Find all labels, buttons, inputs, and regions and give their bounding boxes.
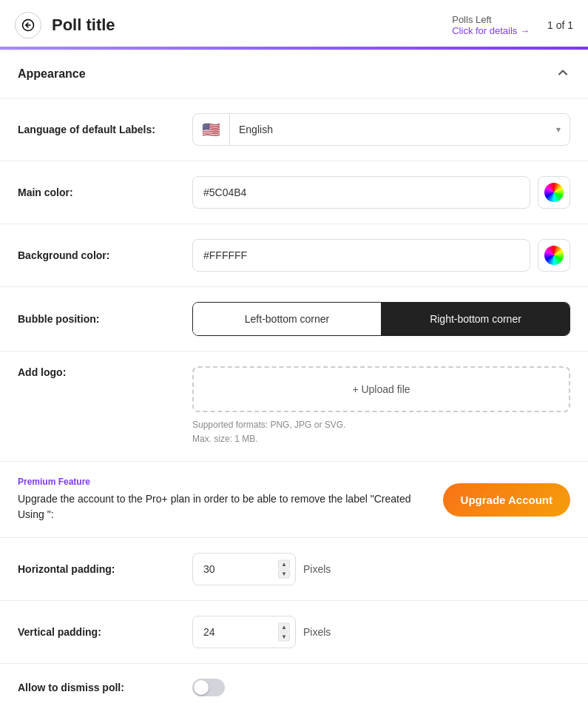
bubble-position-control: Left-bottom corner Right-bottom corner xyxy=(192,302,570,336)
progress-bar-fill xyxy=(0,47,588,50)
polls-count: 1 of 1 xyxy=(547,19,573,31)
background-color-control xyxy=(192,239,570,272)
appearance-section-title: Appearance xyxy=(18,67,86,81)
upload-hint: Supported formats: PNG, JPG or SVG. Max.… xyxy=(192,418,570,446)
main-color-picker-button[interactable] xyxy=(538,176,570,209)
language-row: Language of default Labels: 🇺🇸 English ▾ xyxy=(0,98,588,161)
horizontal-padding-row: Horizontal padding: ▲ ▼ Pixels xyxy=(0,538,588,601)
toggle-knob xyxy=(194,680,209,695)
main-color-row: Main color: xyxy=(0,161,588,224)
bubble-left-bottom-button[interactable]: Left-bottom corner xyxy=(193,303,382,335)
background-color-input[interactable] xyxy=(192,239,530,272)
vertical-padding-steppers: ▲ ▼ xyxy=(278,623,290,642)
vertical-padding-unit: Pixels xyxy=(303,626,331,638)
bubble-right-bottom-button[interactable]: Right-bottom corner xyxy=(382,303,570,335)
horizontal-padding-decrement[interactable]: ▼ xyxy=(278,570,290,579)
vertical-padding-label: Vertical padding: xyxy=(18,626,180,638)
background-color-row: Background color: xyxy=(0,224,588,287)
add-logo-label: Add logo: xyxy=(18,366,180,378)
main-color-label: Main color: xyxy=(18,186,180,198)
bubble-position-group: Left-bottom corner Right-bottom corner xyxy=(192,302,570,336)
upload-hint-line2: Max. size: 1 MB. xyxy=(192,434,258,444)
upgrade-account-button[interactable]: Upgrade Account xyxy=(443,483,570,517)
header: Poll title Polls Left Click for details … xyxy=(0,0,588,50)
horizontal-padding-unit: Pixels xyxy=(303,563,331,575)
language-dropdown-chevron: ▾ xyxy=(547,124,570,135)
upload-hint-line1: Supported formats: PNG, JPG or SVG. xyxy=(192,420,345,430)
language-select-control: 🇺🇸 English ▾ xyxy=(192,113,570,146)
language-select[interactable]: 🇺🇸 English ▾ xyxy=(192,113,570,146)
premium-text: Upgrade the account to the Pro+ plan in … xyxy=(18,491,431,522)
main-content: Appearance Language of default Labels: 🇺… xyxy=(0,50,588,706)
bubble-position-label: Bubble position: xyxy=(18,313,180,325)
vertical-padding-decrement[interactable]: ▼ xyxy=(278,633,290,642)
add-logo-row: Add logo: + Upload file Supported format… xyxy=(0,352,588,462)
back-button[interactable] xyxy=(15,12,41,38)
vertical-padding-control: ▲ ▼ Pixels xyxy=(192,616,570,648)
color-wheel-icon xyxy=(544,246,564,265)
horizontal-padding-label: Horizontal padding: xyxy=(18,563,180,575)
horizontal-padding-steppers: ▲ ▼ xyxy=(278,560,290,579)
horizontal-padding-control: ▲ ▼ Pixels xyxy=(192,553,570,585)
language-value: English xyxy=(230,124,547,135)
polls-left-label: Polls Left xyxy=(452,14,491,25)
vertical-padding-input-container: ▲ ▼ xyxy=(192,616,296,648)
vertical-padding-increment[interactable]: ▲ xyxy=(278,623,290,632)
poll-title: Poll title xyxy=(52,16,115,35)
dismiss-poll-toggle[interactable] xyxy=(192,679,225,696)
main-color-control xyxy=(192,176,570,209)
background-color-picker-button[interactable] xyxy=(538,239,570,272)
progress-bar-container xyxy=(0,47,588,50)
premium-info: Premium Feature Upgrade the account to t… xyxy=(18,477,431,522)
main-color-input[interactable] xyxy=(192,176,530,209)
chevron-up-icon xyxy=(555,65,570,83)
header-right: Polls Left Click for details → 1 of 1 xyxy=(452,14,573,36)
polls-left-link[interactable]: Click for details → xyxy=(452,25,530,36)
language-flag: 🇺🇸 xyxy=(193,114,230,145)
vertical-padding-row: Vertical padding: ▲ ▼ Pixels xyxy=(0,601,588,664)
bubble-position-row: Bubble position: Left-bottom corner Righ… xyxy=(0,287,588,352)
polls-left-section: Polls Left Click for details → xyxy=(452,14,530,36)
background-color-label: Background color: xyxy=(18,249,180,261)
appearance-section: Appearance Language of default Labels: 🇺… xyxy=(0,50,588,706)
premium-row: Premium Feature Upgrade the account to t… xyxy=(0,462,588,538)
horizontal-padding-increment[interactable]: ▲ xyxy=(278,560,290,569)
premium-badge: Premium Feature xyxy=(18,477,431,487)
upload-drop-zone[interactable]: + Upload file xyxy=(192,366,570,412)
horizontal-padding-input-container: ▲ ▼ xyxy=(192,553,296,585)
upload-drop-text: + Upload file xyxy=(352,383,410,395)
upload-area: + Upload file Supported formats: PNG, JP… xyxy=(192,366,570,446)
dismiss-poll-label: Allow to dismiss poll: xyxy=(18,682,180,693)
color-wheel-icon xyxy=(544,183,564,202)
dismiss-poll-row: Allow to dismiss poll: xyxy=(0,664,588,706)
appearance-section-header[interactable]: Appearance xyxy=(0,50,588,98)
language-label: Language of default Labels: xyxy=(18,124,180,135)
